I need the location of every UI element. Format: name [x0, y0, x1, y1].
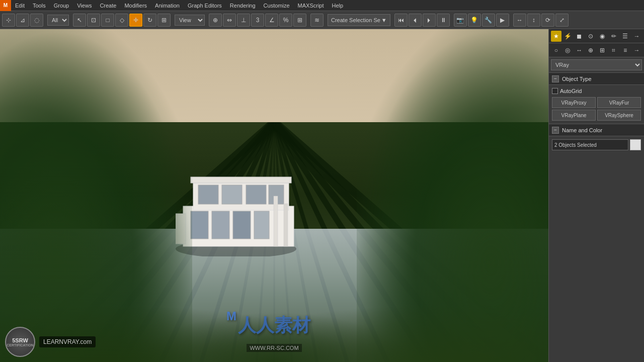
render-btn[interactable]: ▶ [496, 14, 509, 27]
viewport[interactable]: 5SRW CERTIFICATION LEARNVRAY.com 人人素材 M … [0, 29, 548, 362]
panel-icon2-swap[interactable]: ↔ [574, 45, 585, 56]
vrayfur-btn[interactable]: VRayFur [597, 97, 641, 108]
panel-icon-edit[interactable]: ✏ [608, 31, 619, 42]
svg-rect-22 [212, 211, 229, 239]
nav4-btn[interactable]: ⤢ [555, 14, 569, 27]
panel-icons-row2: ○ ◎ ↔ ⊕ ⊞ ⌗ ≡ → [549, 43, 644, 57]
panel-icon-list[interactable]: ☰ [620, 31, 630, 42]
panel-icon2-plus[interactable]: ⊕ [586, 45, 596, 56]
object-type-header: − Object Type [549, 73, 644, 85]
select-region-btn[interactable]: ⊡ [87, 14, 100, 27]
vray-dropdown[interactable]: VRay [551, 59, 642, 70]
select-tool-btn[interactable]: ⊹ [2, 14, 15, 27]
nav3-btn[interactable]: ⟳ [541, 14, 554, 27]
menu-edit[interactable]: Edit [11, 2, 29, 10]
watermark-center: 人人素材 M WWW.RR-SC.COM [224, 310, 325, 352]
menu-create[interactable]: Create [96, 2, 120, 10]
vraysphere-btn[interactable]: VRaySphere [597, 110, 641, 121]
view-dropdown[interactable]: View [175, 15, 205, 26]
angle-snap-btn[interactable]: ∠ [265, 14, 278, 27]
menu-animation[interactable]: Animation [151, 2, 184, 10]
svg-rect-25 [198, 185, 218, 204]
panel-icon-arrow[interactable]: → [631, 31, 642, 42]
mirror-btn[interactable]: ⇔ [223, 14, 236, 27]
nav1-btn[interactable]: ↔ [513, 14, 526, 27]
vray-dropdown-row: VRay [549, 57, 644, 73]
name-and-color-title: Name and Color [562, 127, 602, 133]
panel-icon2-lines[interactable]: ≡ [620, 45, 630, 56]
vrayproxy-btn[interactable]: VRayProxy [552, 97, 596, 108]
panel-icon2-target[interactable]: ◎ [562, 45, 573, 56]
object-type-collapse-btn[interactable]: − [552, 75, 559, 82]
name-color-collapse-btn[interactable]: − [552, 127, 559, 134]
percent-snap-btn[interactable]: % [279, 14, 292, 27]
svg-text:人人素材: 人人素材 [237, 315, 311, 335]
panel-icon-display[interactable]: ◼ [574, 31, 585, 42]
spinner-snap-btn[interactable]: ⊞ [293, 14, 306, 27]
main-area: 5SRW CERTIFICATION LEARNVRAY.com 人人素材 M … [0, 29, 644, 362]
svg-rect-26 [222, 185, 242, 204]
menu-rendering[interactable]: Rendering [226, 2, 260, 10]
snap-btn[interactable]: 3 [251, 14, 264, 27]
panel-icon-motion[interactable]: ★ [551, 31, 561, 42]
panel-icon2-grid[interactable]: ⊞ [597, 45, 608, 56]
light-btn[interactable]: 💡 [468, 14, 481, 27]
render-setup-btn[interactable]: 🔧 [482, 14, 495, 27]
play-btn[interactable]: ⏮ [394, 14, 408, 27]
prev-frame-btn[interactable]: ⏴ [409, 14, 422, 27]
watermark-badge-area: 5SRW CERTIFICATION LEARNVRAY.com [5, 327, 96, 357]
curve-editor-btn[interactable]: ≋ [310, 14, 324, 27]
panel-icon-utilities[interactable]: ⊙ [586, 31, 596, 42]
svg-rect-29 [274, 196, 278, 246]
create-selection-set-btn[interactable]: Create Selection Se ▼ [328, 14, 390, 26]
name-and-color-header: − Name and Color [549, 124, 644, 136]
watermark-url: WWW.RR-SC.COM [247, 344, 301, 352]
vrayplane-btn[interactable]: VRayPlane [552, 110, 596, 121]
svg-rect-24 [254, 211, 269, 239]
paint-select-btn[interactable]: ◌ [30, 14, 43, 27]
panel-icon2-arrow[interactable]: → [631, 45, 642, 56]
panel-icon2-pattern[interactable]: ⌗ [608, 45, 619, 56]
svg-rect-21 [191, 211, 208, 239]
panel-icons-row1: ★ ⚡ ◼ ⊙ ◉ ✏ ☰ → [549, 29, 644, 43]
panel-icon2-circle[interactable]: ○ [551, 45, 561, 56]
select-btn[interactable]: ↖ [73, 14, 86, 27]
color-swatch[interactable] [630, 139, 641, 150]
viewport-bg: 5SRW CERTIFICATION LEARNVRAY.com 人人素材 M … [0, 29, 548, 362]
menu-tools[interactable]: Tools [29, 2, 50, 10]
scale-btn[interactable]: ⊞ [157, 14, 171, 27]
fence-select-btn[interactable]: ◇ [115, 14, 128, 27]
menu-graph-editors[interactable]: Graph Editors [184, 2, 226, 10]
panel-icon-hierarchy[interactable]: ⚡ [562, 31, 573, 42]
camera-btn[interactable]: 📷 [454, 14, 467, 27]
menu-group[interactable]: Group [50, 2, 73, 10]
svg-text:M: M [226, 310, 236, 323]
menu-modifiers[interactable]: Modifiers [120, 2, 151, 10]
object-type-buttons: VRayProxy VRayFur VRayPlane VRaySphere [552, 97, 641, 121]
svg-rect-27 [246, 185, 266, 204]
move-btn[interactable]: ✛ [129, 14, 142, 27]
lasso-tool-btn[interactable]: ⊿ [16, 14, 29, 27]
building-svg [176, 156, 316, 256]
name-input[interactable] [552, 139, 628, 150]
nav2-btn[interactable]: ↕ [527, 14, 540, 27]
rotate-btn[interactable]: ↻ [143, 14, 156, 27]
panel-icon-motion2[interactable]: ◉ [597, 31, 608, 42]
svg-rect-20 [191, 177, 291, 183]
svg-rect-23 [233, 211, 251, 239]
pivot-btn[interactable]: ⊕ [209, 14, 222, 27]
filter-dropdown[interactable]: All [47, 15, 69, 26]
menu-views[interactable]: Views [73, 2, 96, 10]
menu-customize[interactable]: Customize [260, 2, 294, 10]
align-btn[interactable]: ⊥ [237, 14, 250, 27]
menu-maxscript[interactable]: MAXScript [294, 2, 328, 10]
menubar: M Edit Tools Group Views Create Modifier… [0, 0, 644, 11]
building-3d [176, 156, 316, 246]
autogrid-label: AutoGrid [560, 88, 582, 94]
next-frame-btn[interactable]: ⏵ [423, 14, 436, 27]
menu-help[interactable]: Help [328, 2, 348, 10]
rectangle-select-btn[interactable]: □ [101, 14, 114, 27]
autogrid-checkbox[interactable] [552, 88, 558, 94]
object-type-content: AutoGrid VRayProxy VRayFur VRayPlane VRa… [549, 85, 644, 124]
stop-btn[interactable]: ⏸ [437, 14, 450, 27]
